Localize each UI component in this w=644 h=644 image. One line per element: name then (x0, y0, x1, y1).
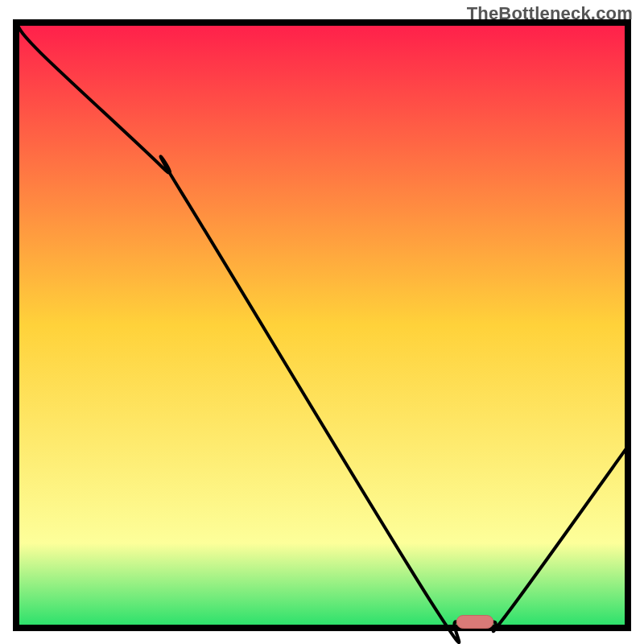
bottleneck-chart (0, 0, 644, 644)
plot-background (16, 23, 628, 628)
chart-frame: TheBottleneck.com (0, 0, 644, 644)
watermark-label: TheBottleneck.com (467, 3, 633, 24)
optimal-marker (456, 615, 493, 628)
